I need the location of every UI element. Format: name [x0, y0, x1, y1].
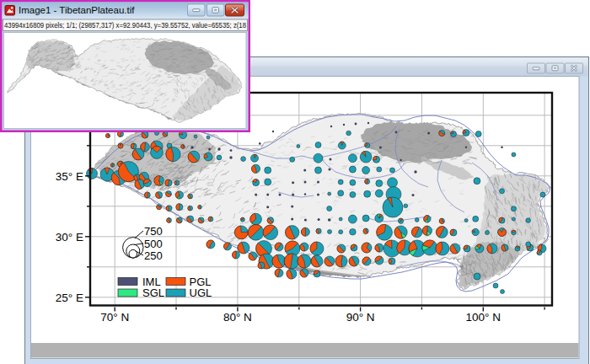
svg-text:90° N: 90° N — [346, 311, 375, 324]
svg-text:750: 750 — [144, 225, 163, 238]
svg-text:500: 500 — [144, 238, 163, 250]
svg-text:250: 250 — [144, 249, 163, 262]
svg-text:25° E: 25° E — [56, 292, 83, 304]
svg-text:UGL: UGL — [190, 286, 212, 299]
svg-text:100° N: 100° N — [466, 311, 501, 324]
svg-text:Image1 - TibetanPlateau.tif: Image1 - TibetanPlateau.tif — [19, 5, 135, 15]
svg-text:SGL: SGL — [142, 286, 164, 299]
svg-text:80° N: 80° N — [223, 311, 252, 324]
svg-text:70° N: 70° N — [100, 311, 129, 324]
svg-text:30° E: 30° E — [56, 231, 83, 244]
svg-text:43994x16809 pixels; 1/1; (2985: 43994x16809 pixels; 1/1; (29857,317) x=9… — [4, 21, 246, 29]
svg-text:35° E: 35° E — [56, 170, 83, 183]
